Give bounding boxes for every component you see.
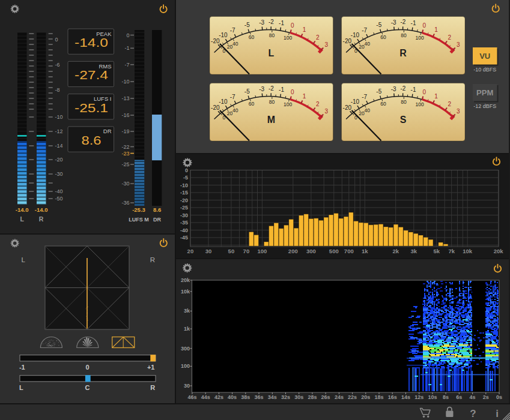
svg-text:100: 100 (416, 35, 424, 41)
svg-text:20: 20 (359, 44, 365, 50)
svg-text:70: 70 (243, 248, 250, 254)
svg-text:-2: -2 (269, 19, 274, 25)
svg-text:1: 1 (303, 26, 306, 33)
svg-text:M: M (267, 115, 275, 125)
svg-text:-50: -50 (55, 196, 63, 202)
svg-text:3k: 3k (411, 248, 417, 254)
svg-text:L: L (21, 256, 25, 263)
svg-text:2s: 2s (483, 394, 489, 400)
svg-text:44s: 44s (201, 394, 210, 400)
svg-text:-7: -7 (124, 62, 129, 68)
svg-text:R: R (150, 384, 155, 391)
svg-text:100: 100 (181, 363, 190, 369)
svg-text:2: 2 (448, 34, 452, 41)
svg-text:6s: 6s (456, 394, 462, 400)
svg-text:18s: 18s (374, 394, 383, 400)
svg-text:20: 20 (227, 110, 233, 116)
svg-text:?: ? (470, 408, 476, 419)
svg-text:-7: -7 (230, 27, 235, 34)
svg-text:2: 2 (316, 34, 320, 41)
svg-text:100: 100 (284, 101, 292, 107)
svg-text:-20: -20 (343, 38, 352, 44)
svg-text:20k: 20k (181, 277, 190, 283)
svg-text:2: 2 (316, 101, 320, 107)
svg-text:-1: -1 (124, 45, 129, 51)
svg-text:300: 300 (181, 346, 190, 352)
svg-text:-45: -45 (180, 235, 188, 241)
svg-text:-30: -30 (121, 181, 129, 187)
svg-text:-5: -5 (244, 22, 250, 28)
svg-text:1: 1 (303, 93, 306, 100)
svg-text:1k: 1k (362, 248, 368, 254)
svg-text:46s: 46s (187, 394, 196, 400)
svg-text:-1: -1 (19, 364, 25, 371)
svg-text:-5: -5 (376, 88, 381, 95)
svg-text:-13: -13 (121, 95, 129, 101)
svg-text:DR: DR (103, 128, 112, 134)
svg-text:-10: -10 (180, 182, 188, 188)
svg-text:PPM: PPM (476, 88, 493, 97)
svg-text:-20: -20 (180, 197, 188, 203)
svg-text:R: R (39, 215, 44, 223)
svg-text:100: 100 (284, 35, 292, 41)
svg-text:10s: 10s (428, 394, 437, 400)
svg-text:-15: -15 (180, 190, 188, 196)
svg-text:12s: 12s (414, 394, 423, 400)
svg-text:-5: -5 (244, 88, 250, 95)
svg-text:26s: 26s (321, 394, 330, 400)
svg-text:38s: 38s (241, 394, 250, 400)
svg-text:50: 50 (228, 248, 235, 254)
svg-text:-1: -1 (279, 86, 284, 93)
svg-text:L: L (269, 48, 275, 58)
svg-text:-20: -20 (211, 38, 220, 44)
svg-text:7k: 7k (448, 248, 455, 254)
svg-text:36s: 36s (254, 394, 263, 400)
svg-text:3: 3 (325, 108, 329, 115)
svg-text:200: 200 (288, 248, 298, 254)
svg-text:2k: 2k (392, 248, 399, 254)
svg-text:0: 0 (423, 22, 427, 29)
svg-text:40: 40 (232, 41, 238, 47)
svg-text:20k: 20k (494, 248, 504, 254)
svg-text:8.6: 8.6 (82, 133, 102, 147)
svg-text:100: 100 (257, 248, 267, 254)
svg-text:-20: -20 (343, 104, 352, 111)
svg-text:C: C (85, 384, 90, 391)
svg-text:500: 500 (329, 248, 339, 254)
svg-text:4s: 4s (470, 394, 476, 400)
svg-text:-25: -25 (121, 161, 129, 167)
svg-text:L: L (19, 384, 23, 391)
svg-text:-7: -7 (362, 94, 367, 100)
svg-text:-14: -14 (55, 143, 63, 149)
svg-text:-25.1: -25.1 (74, 101, 108, 115)
svg-text:-14.0: -14.0 (16, 206, 29, 213)
svg-text:-27.4: -27.4 (74, 68, 108, 82)
svg-text:3: 3 (457, 108, 460, 115)
svg-text:+1: +1 (147, 364, 155, 371)
svg-text:-16: -16 (121, 112, 129, 118)
svg-text:14s: 14s (401, 394, 410, 400)
svg-text:1: 1 (434, 93, 438, 100)
svg-text:-7: -7 (230, 94, 235, 100)
svg-text:-25.3: -25.3 (132, 206, 145, 213)
svg-text:LUFS M: LUFS M (129, 217, 149, 223)
svg-text:34s: 34s (268, 394, 277, 400)
svg-text:10k: 10k (463, 248, 473, 254)
svg-text:30: 30 (205, 248, 212, 254)
svg-text:80: 80 (269, 32, 275, 38)
svg-text:R: R (150, 256, 155, 263)
svg-text:0: 0 (55, 37, 58, 43)
svg-text:-23: -23 (121, 151, 129, 157)
svg-text:-2: -2 (400, 19, 405, 25)
svg-text:-1: -1 (411, 86, 416, 93)
svg-text:5k: 5k (433, 248, 440, 254)
svg-text:i: i (496, 408, 499, 419)
svg-text:0: 0 (291, 22, 294, 29)
svg-text:-10: -10 (351, 98, 360, 105)
svg-text:32s: 32s (281, 394, 290, 400)
svg-text:-40: -40 (55, 188, 63, 194)
svg-text:300: 300 (306, 248, 316, 254)
svg-text:-12: -12 (55, 128, 63, 134)
svg-text:30: 30 (184, 383, 190, 389)
svg-text:-5: -5 (183, 175, 188, 181)
